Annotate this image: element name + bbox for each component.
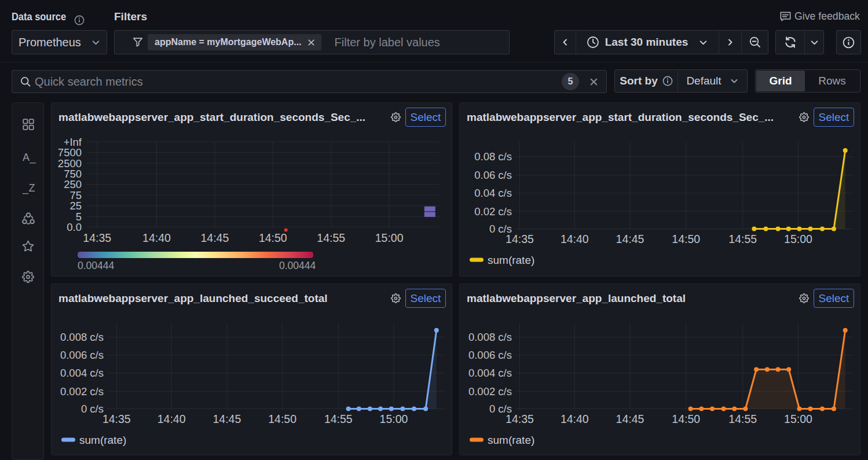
svg-text:14:55: 14:55 [728,233,757,245]
svg-text:14:35: 14:35 [506,413,534,425]
svg-text:0.006 c/s: 0.006 c/s [468,349,512,361]
svg-text:14:40: 14:40 [158,413,186,425]
svg-text:0.004 c/s: 0.004 c/s [468,367,512,379]
svg-text:14:55: 14:55 [317,231,345,244]
svg-text:14:55: 14:55 [324,413,353,425]
svg-text:14:40: 14:40 [142,231,171,244]
svg-text:14:45: 14:45 [616,413,644,425]
svg-text:0.06 c/s: 0.06 c/s [474,169,512,181]
svg-text:sum(rate): sum(rate) [488,254,534,266]
svg-text:0.08 c/s: 0.08 c/s [474,150,512,163]
svg-text:14:45: 14:45 [200,231,229,244]
svg-text:15:00: 15:00 [380,413,408,425]
svg-text:14:50: 14:50 [259,231,287,244]
svg-text:0.004 c/s: 0.004 c/s [60,367,104,379]
svg-text:0.008 c/s: 0.008 c/s [468,331,512,343]
svg-text:14:45: 14:45 [213,413,241,425]
svg-text:0.04 c/s: 0.04 c/s [474,187,512,199]
svg-text:0 c/s: 0 c/s [81,403,104,415]
svg-text:0.006 c/s: 0.006 c/s [60,349,104,361]
svg-text:0.002 c/s: 0.002 c/s [60,385,104,398]
svg-text:14:45: 14:45 [616,233,644,245]
svg-text:14:40: 14:40 [561,233,589,245]
svg-text:sum(rate): sum(rate) [488,434,534,446]
svg-text:14:40: 14:40 [561,413,589,425]
svg-text:14:50: 14:50 [672,233,700,245]
svg-text:15:00: 15:00 [784,233,812,245]
svg-text:0.00444: 0.00444 [78,260,115,271]
svg-text:0.00444: 0.00444 [279,260,316,271]
svg-text:14:35: 14:35 [102,413,131,425]
svg-text:0.0: 0.0 [67,221,82,233]
svg-text:0.02 c/s: 0.02 c/s [474,205,512,218]
svg-text:14:35: 14:35 [83,231,111,244]
svg-text:14:35: 14:35 [506,233,534,245]
svg-text:0.008 c/s: 0.008 c/s [60,331,104,343]
svg-text:sum(rate): sum(rate) [79,434,126,446]
svg-text:14:50: 14:50 [268,413,296,425]
svg-text:0.002 c/s: 0.002 c/s [468,385,512,398]
svg-text:15:00: 15:00 [375,231,404,244]
svg-text:15:00: 15:00 [784,413,812,425]
svg-text:14:55: 14:55 [728,413,757,425]
svg-text:14:50: 14:50 [672,413,700,425]
